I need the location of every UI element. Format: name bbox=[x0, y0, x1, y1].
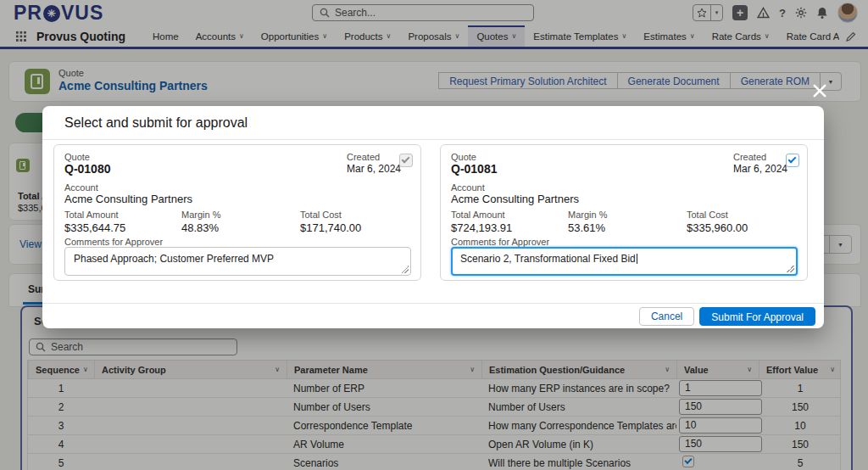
comments-textarea[interactable]: Phased Approach; Customer Preferred MVP bbox=[64, 247, 411, 276]
cancel-button[interactable]: Cancel bbox=[639, 307, 694, 326]
textarea-resize-handle[interactable] bbox=[401, 266, 409, 273]
total-amount-value: $724,193.91 bbox=[451, 221, 512, 234]
created-label: Created bbox=[347, 152, 380, 162]
quote-select-checkbox[interactable] bbox=[399, 154, 413, 167]
total-amount-metric: Total Amount $724,193.91 bbox=[451, 210, 512, 234]
created-label: Created bbox=[733, 152, 766, 162]
comments-textarea[interactable]: Scenario 2, Transformational Fixed Bid bbox=[451, 247, 798, 276]
total-amount-label: Total Amount bbox=[64, 210, 125, 220]
quote-label: Quote bbox=[64, 152, 90, 162]
created-date: Mar 6, 2024 bbox=[347, 163, 401, 175]
total-cost-value: $335,960.00 bbox=[687, 221, 748, 234]
account-value: Acme Consulting Partners bbox=[64, 193, 192, 205]
total-cost-value: $171,740.00 bbox=[300, 221, 361, 234]
margin-metric: Margin % 53.61% bbox=[568, 210, 607, 234]
margin-value: 48.83% bbox=[181, 221, 220, 234]
comments-label: Comments for Approver bbox=[451, 237, 549, 247]
modal-close-icon[interactable] bbox=[812, 83, 827, 98]
total-cost-label: Total Cost bbox=[687, 210, 748, 220]
quote-label: Quote bbox=[451, 152, 476, 162]
quote-card: Quote Q-01080 Created Mar 6, 2024 Accoun… bbox=[53, 144, 421, 281]
total-cost-metric: Total Cost $171,740.00 bbox=[300, 210, 361, 234]
margin-metric: Margin % 48.83% bbox=[181, 210, 220, 234]
total-amount-metric: Total Amount $335,644.75 bbox=[64, 210, 125, 234]
quote-card: Quote Q-01081 Created Mar 6, 2024 Accoun… bbox=[440, 144, 808, 281]
total-cost-metric: Total Cost $335,960.00 bbox=[687, 210, 748, 234]
total-amount-label: Total Amount bbox=[451, 210, 512, 220]
margin-label: Margin % bbox=[568, 210, 607, 220]
modal-title: Select and submit for approval bbox=[64, 115, 248, 131]
account-value: Acme Consulting Partners bbox=[451, 193, 579, 205]
total-amount-value: $335,644.75 bbox=[64, 221, 125, 234]
submit-for-approval-button[interactable]: Submit For Approval bbox=[699, 307, 815, 326]
account-label: Account bbox=[451, 182, 485, 193]
comments-text: Phased Approach; Customer Preferred MVP bbox=[74, 253, 274, 265]
comments-label: Comments for Approver bbox=[64, 237, 163, 247]
modal-header-divider bbox=[42, 139, 824, 140]
quote-select-checkbox[interactable] bbox=[786, 154, 799, 167]
textarea-resize-handle[interactable] bbox=[787, 265, 794, 272]
text-cursor bbox=[637, 254, 637, 264]
total-cost-label: Total Cost bbox=[300, 210, 361, 220]
quote-number: Q-01081 bbox=[451, 162, 497, 176]
comments-text: Scenario 2, Transformational Fixed Bid bbox=[460, 253, 636, 265]
margin-value: 53.61% bbox=[568, 221, 607, 234]
modal-footer: Cancel Submit For Approval bbox=[42, 303, 824, 328]
submit-for-approval-modal: Select and submit for approval Quote Q-0… bbox=[42, 106, 824, 328]
margin-label: Margin % bbox=[181, 210, 220, 220]
account-label: Account bbox=[64, 182, 98, 193]
created-date: Mar 6, 2024 bbox=[733, 163, 787, 175]
quote-number: Q-01080 bbox=[64, 162, 110, 176]
